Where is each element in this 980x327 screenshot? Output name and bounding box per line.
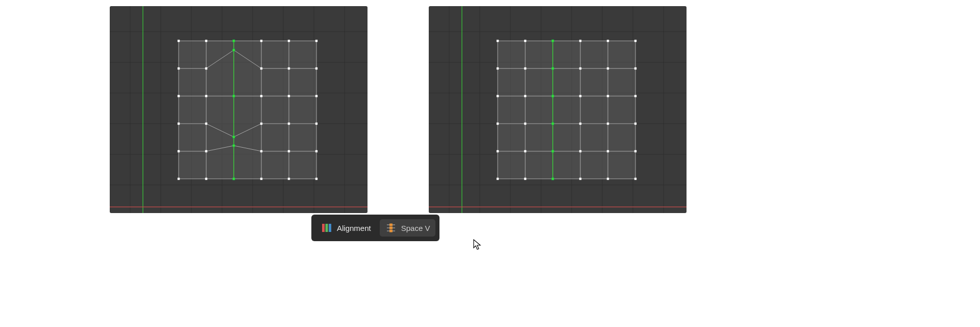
svg-rect-113 <box>288 67 290 69</box>
svg-rect-111 <box>233 49 235 51</box>
svg-rect-285 <box>389 227 393 229</box>
svg-marker-21 <box>261 41 289 68</box>
svg-rect-127 <box>178 150 180 152</box>
svg-rect-278 <box>322 224 325 232</box>
svg-rect-255 <box>524 95 526 97</box>
svg-rect-121 <box>178 123 180 125</box>
svg-rect-260 <box>497 123 499 125</box>
svg-rect-135 <box>233 178 235 180</box>
svg-marker-31 <box>261 96 289 124</box>
svg-rect-263 <box>579 123 581 125</box>
space-v-label: Space V <box>401 224 430 232</box>
svg-rect-134 <box>205 178 207 180</box>
svg-rect-268 <box>552 150 554 152</box>
svg-rect-125 <box>288 123 290 125</box>
svg-rect-131 <box>288 150 290 152</box>
svg-marker-176 <box>608 124 635 151</box>
svg-rect-115 <box>178 95 180 97</box>
svg-rect-269 <box>579 150 581 152</box>
svg-rect-110 <box>205 67 207 69</box>
svg-rect-264 <box>607 123 609 125</box>
svg-marker-27 <box>289 68 316 96</box>
svg-marker-161 <box>608 41 635 68</box>
svg-marker-179 <box>553 151 580 179</box>
svg-rect-244 <box>552 40 554 42</box>
svg-marker-23 <box>179 68 206 96</box>
uv-viewport-after[interactable] <box>429 6 687 213</box>
svg-marker-42 <box>289 151 316 179</box>
svg-rect-249 <box>524 67 526 69</box>
uv-viewport-before[interactable] <box>110 6 368 213</box>
svg-rect-105 <box>233 40 235 42</box>
svg-rect-280 <box>329 224 331 232</box>
alignment-icon <box>321 223 332 233</box>
svg-marker-26 <box>261 68 289 96</box>
svg-marker-169 <box>553 96 580 124</box>
svg-marker-170 <box>580 96 608 124</box>
uv-grid-svg <box>429 6 687 213</box>
alignment-button[interactable]: Alignment <box>315 219 377 237</box>
svg-rect-273 <box>524 178 526 180</box>
svg-rect-267 <box>524 150 526 152</box>
svg-rect-256 <box>552 95 554 97</box>
svg-rect-103 <box>178 40 180 42</box>
svg-rect-119 <box>288 95 290 97</box>
svg-marker-160 <box>580 41 608 68</box>
svg-marker-41 <box>261 151 289 179</box>
space-v-button[interactable]: Space V <box>380 219 436 237</box>
svg-rect-133 <box>178 178 180 180</box>
svg-marker-157 <box>498 41 525 68</box>
svg-marker-37 <box>289 124 316 151</box>
svg-rect-245 <box>579 40 581 42</box>
svg-marker-177 <box>498 151 525 179</box>
svg-rect-277 <box>634 178 636 180</box>
svg-rect-270 <box>607 150 609 152</box>
svg-rect-258 <box>607 95 609 97</box>
svg-rect-272 <box>497 178 499 180</box>
svg-rect-112 <box>260 67 262 69</box>
svg-rect-276 <box>607 178 609 180</box>
svg-rect-128 <box>205 150 207 152</box>
svg-marker-28 <box>179 96 206 124</box>
svg-rect-253 <box>634 67 636 69</box>
svg-rect-261 <box>524 123 526 125</box>
svg-marker-164 <box>553 68 580 96</box>
svg-rect-274 <box>552 178 554 180</box>
svg-rect-248 <box>497 67 499 69</box>
svg-rect-252 <box>607 67 609 69</box>
svg-rect-271 <box>634 150 636 152</box>
svg-rect-124 <box>260 123 262 125</box>
svg-rect-130 <box>260 150 262 152</box>
svg-rect-246 <box>607 40 609 42</box>
svg-marker-167 <box>498 96 525 124</box>
svg-rect-250 <box>552 67 554 69</box>
svg-marker-174 <box>553 124 580 151</box>
svg-marker-22 <box>289 41 316 68</box>
svg-marker-159 <box>553 41 580 68</box>
svg-rect-251 <box>579 67 581 69</box>
svg-rect-265 <box>634 123 636 125</box>
svg-marker-163 <box>525 68 553 96</box>
svg-marker-171 <box>608 96 635 124</box>
svg-rect-284 <box>389 224 393 226</box>
svg-rect-275 <box>579 178 581 180</box>
svg-rect-243 <box>524 40 526 42</box>
svg-rect-122 <box>205 123 207 125</box>
svg-rect-259 <box>634 95 636 97</box>
uv-grid-svg <box>110 6 368 213</box>
svg-marker-38 <box>179 151 206 179</box>
svg-rect-123 <box>233 136 235 138</box>
svg-marker-165 <box>580 68 608 96</box>
svg-rect-138 <box>315 178 317 180</box>
svg-rect-116 <box>205 95 207 97</box>
svg-rect-262 <box>552 123 554 125</box>
svg-marker-18 <box>179 41 206 68</box>
svg-rect-279 <box>326 224 328 232</box>
svg-rect-104 <box>205 40 207 42</box>
svg-marker-180 <box>580 151 608 179</box>
svg-marker-173 <box>525 124 553 151</box>
svg-marker-36 <box>261 124 289 151</box>
svg-marker-162 <box>498 68 525 96</box>
svg-rect-136 <box>260 178 262 180</box>
svg-marker-175 <box>580 124 608 151</box>
